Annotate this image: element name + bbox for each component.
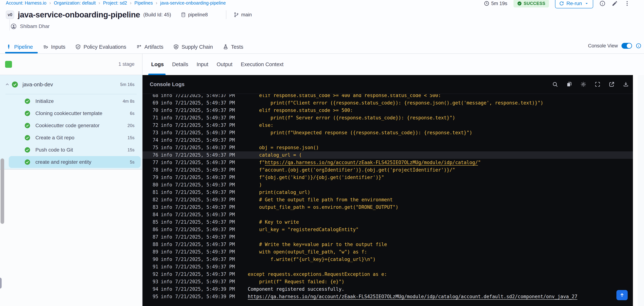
log-line: 79info7/21/2025, 5:49:37 PM f"{obj.get('…	[142, 174, 633, 181]
refresh-icon	[559, 1, 564, 6]
log-text: obj = response.json()	[248, 144, 319, 151]
detail-tab-logs[interactable]: Logs	[151, 61, 164, 67]
log-line-number: 88	[151, 241, 158, 248]
inputs-icon	[43, 44, 48, 50]
breadcrumb-link[interactable]: java-service-onboarding-pipeline	[160, 0, 226, 6]
log-text: print(f" Request failed: {e}")	[248, 278, 344, 285]
log-timestamp: 7/21/2025, 5:49:37 PM	[175, 278, 236, 285]
log-level: info	[161, 122, 172, 129]
log-text: # Key to write	[248, 218, 299, 226]
log-line: 72info7/21/2025, 5:49:37 PM else:	[142, 122, 633, 129]
step-duration: 20s	[128, 123, 134, 128]
console-scrollbar[interactable]	[633, 75, 638, 306]
log-line-number: 77	[151, 159, 158, 166]
log-line-number: 79	[151, 174, 158, 181]
log-timestamp: 7/21/2025, 5:49:37 PM	[175, 122, 236, 129]
log-line: 95info7/21/2025, 5:49:39 PMhttps://qa.ha…	[142, 293, 633, 300]
log-level: info	[161, 174, 172, 181]
tab-pipeline[interactable]: Pipeline	[6, 44, 33, 50]
log-line: 88info7/21/2025, 5:49:37 PM # Write the …	[142, 241, 633, 248]
chevron-up-icon[interactable]	[5, 82, 10, 87]
build-id: (Build Id: 45)	[144, 12, 171, 18]
log-level: info	[161, 114, 172, 122]
tab-tests[interactable]: Tests	[223, 44, 244, 50]
breadcrumb-link[interactable]: Project: sd2	[103, 0, 127, 6]
breadcrumb-link[interactable]: Pipelines	[134, 0, 153, 6]
info-icon[interactable]	[599, 0, 606, 7]
rerun-button[interactable]: Re-run	[555, 0, 593, 8]
clock-icon	[484, 1, 489, 6]
log-timestamp: 7/21/2025, 5:49:37 PM	[175, 270, 236, 278]
step-row[interactable]: Push code to Git15s	[0, 144, 142, 156]
detail-tab-execution-context[interactable]: Execution Context	[241, 61, 284, 67]
user-name: Shibam Dhar	[20, 24, 50, 29]
pipeline-tag[interactable]: pipeline8	[180, 12, 208, 18]
active-tab-underline	[5, 52, 38, 54]
search-icon[interactable]	[552, 81, 558, 87]
branch[interactable]: main	[234, 12, 252, 18]
step-row[interactable]: create and register entity5s	[0, 156, 142, 168]
detail-tab-output[interactable]: Output	[216, 61, 232, 67]
log-line: 77info7/21/2025, 5:49:37 PM f"https://qa…	[142, 159, 633, 166]
avatar-icon	[10, 23, 17, 30]
log-text: )	[248, 181, 262, 189]
log-line-number: 89	[151, 248, 158, 256]
scroll-to-top-button[interactable]	[616, 290, 628, 300]
log-timestamp: 7/21/2025, 5:49:37 PM	[175, 248, 236, 256]
step-duration: 5s	[130, 160, 134, 165]
log-level: info	[161, 129, 172, 136]
tab-inputs[interactable]: Inputs	[43, 44, 65, 50]
git-branch-icon	[234, 12, 239, 18]
download-icon[interactable]	[623, 81, 629, 87]
log-level: info	[161, 241, 172, 248]
copy-icon[interactable]	[566, 81, 572, 87]
more-menu-icon[interactable]	[624, 0, 630, 7]
console-view-toggle[interactable]	[622, 43, 632, 49]
tab-supply-chain[interactable]: Supply Chain	[173, 44, 213, 50]
detail-tab-input[interactable]: Input	[196, 61, 208, 67]
stage-status-square	[5, 61, 12, 68]
log-line: 81info7/21/2025, 5:49:37 PM print(catalo…	[142, 189, 633, 196]
breadcrumb-link[interactable]: Organization: default	[54, 0, 96, 6]
step-duration: 4m 8s	[123, 99, 134, 104]
console-toolbar	[552, 81, 629, 87]
tab-artifacts[interactable]: Artifacts	[136, 44, 164, 50]
log-line: 69info7/21/2025, 5:49:37 PM print(f"Clie…	[142, 99, 633, 107]
fullscreen-icon[interactable]	[594, 81, 600, 87]
log-timestamp: 7/21/2025, 5:49:37 PM	[175, 226, 236, 233]
log-line-number: 91	[151, 263, 158, 270]
log-text: else:	[248, 122, 273, 129]
console-view-info-icon[interactable]	[636, 43, 642, 49]
step-row[interactable]: Cookiecutter code generator20s	[0, 119, 142, 132]
stage-sidebar: 1 stage java-onb-dev 5m 16s Initialize4m…	[0, 54, 142, 306]
scrollbar-thumb[interactable]	[0, 158, 4, 224]
log-timestamp: 7/21/2025, 5:49:37 PM	[175, 136, 236, 144]
step-row[interactable]: Create a Git repo15s	[0, 132, 142, 144]
log-timestamp: 7/21/2025, 5:49:37 PM	[175, 189, 236, 196]
edit-pencil-icon[interactable]	[612, 0, 618, 7]
log-link[interactable]: https://qa.harness.io/ng/account/zEaak-F…	[265, 160, 478, 165]
log-timestamp: 7/21/2025, 5:49:37 PM	[175, 114, 236, 122]
log-line-number: 70	[151, 107, 158, 114]
log-level: info	[161, 181, 172, 189]
log-line-number: 87	[151, 233, 158, 241]
log-line-number: 78	[151, 166, 158, 174]
step-row[interactable]: Cloning cookiecutter template6s	[0, 107, 142, 119]
settings-icon[interactable]	[580, 81, 586, 87]
open-in-new-icon[interactable]	[608, 81, 615, 87]
tab-policy-evaluations[interactable]: Policy Evaluations	[75, 44, 126, 50]
log-line-number: 80	[151, 181, 158, 189]
tab-label: Supply Chain	[182, 44, 213, 50]
log-line-number: 86	[151, 226, 158, 233]
log-scroll: 68info7/21/2025, 5:49:37 PM elif respons…	[142, 94, 633, 300]
breadcrumb-link[interactable]: Account: Harness.io	[6, 0, 46, 6]
log-link[interactable]: https://qa.harness.io/ng/account/zEaak-F…	[248, 294, 578, 299]
panel-resize-handle[interactable]	[0, 278, 2, 288]
step-row[interactable]: Initialize4m 8s	[0, 95, 142, 107]
log-level: info	[161, 226, 172, 233]
stage-row-java-onb-dev[interactable]: java-onb-dev 5m 16s	[0, 75, 142, 94]
policy-icon	[75, 44, 81, 50]
detail-tab-details[interactable]: Details	[172, 61, 188, 67]
log-timestamp: 7/21/2025, 5:49:39 PM	[175, 293, 236, 300]
log-timestamp: 7/21/2025, 5:49:37 PM	[175, 196, 236, 203]
